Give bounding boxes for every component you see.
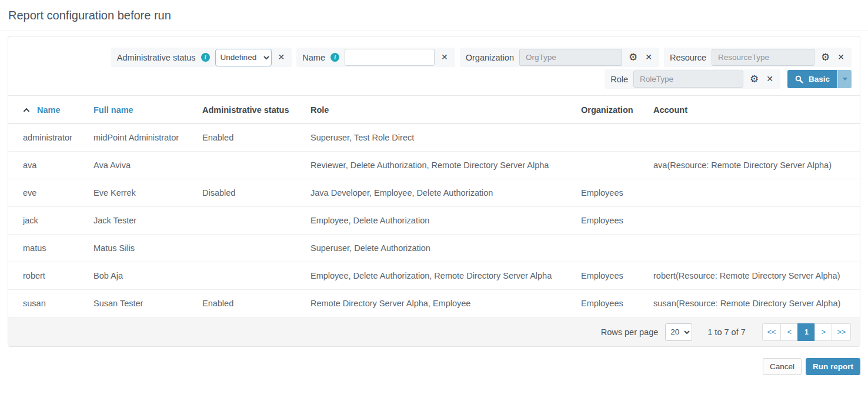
pagination-range-text: 1 to 7 of 7 — [707, 327, 746, 337]
last-page-button[interactable]: >> — [832, 323, 851, 341]
page-title: Report configuration before run — [8, 9, 860, 22]
cell-organization: Employees — [581, 290, 653, 317]
column-header-name: Name — [8, 96, 94, 124]
action-bar: Cancel Run report — [0, 347, 868, 385]
remove-role-filter-button[interactable]: ✕ — [765, 74, 774, 83]
page-1-button[interactable]: 1 — [797, 323, 815, 341]
cell-admin-status: Disabled — [202, 179, 311, 207]
search-row-1: Administrative status i Undefined ✕ Name… — [16, 48, 852, 67]
table-row[interactable]: jack Jack Tester Employee, Delete Author… — [8, 207, 860, 235]
close-icon: ✕ — [837, 52, 844, 62]
cell-name: ava — [8, 152, 94, 179]
page-header: Report configuration before run — [0, 0, 868, 31]
cell-full-name: Eve Kerrek — [94, 179, 202, 207]
cell-account — [653, 124, 860, 152]
column-header-full-name: Full name — [94, 96, 202, 124]
cell-account — [653, 179, 860, 207]
cell-name: susan — [8, 290, 94, 317]
table-row[interactable]: robert Bob Aja Employee, Delete Authoriz… — [8, 262, 860, 290]
filter-resource: Resource ⚙ ✕ — [664, 48, 852, 67]
cell-full-name: Bob Aja — [94, 262, 202, 290]
cell-account: ava(Resource: Remote Directory Server Al… — [653, 152, 860, 179]
cell-name: robert — [8, 262, 94, 290]
admin-status-select[interactable]: Undefined — [215, 49, 272, 66]
report-config-panel: Administrative status i Undefined ✕ Name… — [8, 36, 860, 347]
cell-full-name: Matus Silis — [94, 235, 202, 262]
filter-role-label: Role — [610, 75, 628, 84]
rows-per-page-select[interactable]: 20 — [665, 323, 692, 341]
search-bar: Administrative status i Undefined ✕ Name… — [8, 36, 860, 95]
close-icon: ✕ — [278, 52, 285, 62]
remove-admin-status-filter-button[interactable]: ✕ — [277, 52, 286, 62]
basic-search-label: Basic — [809, 75, 830, 83]
cell-organization: Employees — [581, 262, 653, 290]
filter-organization: Organization ⚙ ✕ — [460, 48, 659, 67]
cell-organization: Employees — [581, 179, 653, 207]
filter-admin-status: Administrative status i Undefined ✕ — [111, 48, 292, 67]
table-row[interactable]: matus Matus Silis Superuser, Delete Auth… — [8, 235, 860, 262]
cell-name: eve — [8, 179, 94, 207]
remove-organization-filter-button[interactable]: ✕ — [644, 52, 653, 62]
next-page-button[interactable]: > — [814, 323, 832, 341]
cell-organization — [581, 235, 653, 262]
search-row-2: Role ⚙ ✕ Basic — [16, 69, 852, 89]
cell-role: Superuser, Delete Authorization — [311, 235, 581, 262]
name-filter-input[interactable] — [345, 49, 435, 66]
cell-admin-status: Enabled — [202, 124, 311, 152]
role-type-input[interactable] — [633, 71, 743, 88]
cell-organization: Employees — [581, 207, 653, 235]
cell-role: Java Developer, Employee, Delete Authori… — [311, 179, 581, 207]
cell-account: susan(Resource: Remote Directory Server … — [653, 290, 860, 317]
close-icon: ✕ — [441, 52, 448, 62]
filter-name-label: Name — [302, 53, 325, 62]
results-table: Name Full name Administrative status Rol… — [8, 95, 860, 317]
table-row[interactable]: administrator midPoint Administrator Ena… — [8, 124, 860, 152]
cell-name: administrator — [8, 124, 94, 152]
cancel-button[interactable]: Cancel — [763, 358, 802, 375]
filter-organization-label: Organization — [466, 53, 514, 62]
run-report-button[interactable]: Run report — [806, 358, 860, 375]
cell-account — [653, 235, 860, 262]
cell-name: jack — [8, 207, 94, 235]
table-row[interactable]: susan Susan Tester Enabled Remote Direct… — [8, 290, 860, 317]
table-row[interactable]: eve Eve Kerrek Disabled Java Developer, … — [8, 179, 860, 207]
search-split-button: Basic — [787, 70, 852, 88]
gear-icon: ⚙ — [821, 52, 830, 63]
cell-full-name: Jack Tester — [94, 207, 202, 235]
gear-icon: ⚙ — [629, 52, 637, 63]
resource-settings-button[interactable]: ⚙ — [820, 52, 831, 63]
cell-role: Employee, Delete Authorization — [311, 207, 581, 235]
rows-per-page-label: Rows per page — [601, 327, 659, 337]
organization-settings-button[interactable]: ⚙ — [627, 52, 639, 63]
remove-resource-filter-button[interactable]: ✕ — [836, 52, 846, 62]
table-footer: Rows per page 20 1 to 7 of 7 << < 1 > >> — [8, 317, 860, 346]
basic-search-button[interactable]: Basic — [787, 70, 837, 88]
cell-admin-status — [202, 207, 311, 235]
column-header-name-link[interactable]: Name — [37, 105, 61, 115]
info-icon[interactable]: i — [201, 53, 210, 62]
search-mode-dropdown-button[interactable] — [838, 70, 852, 88]
resource-type-input[interactable] — [712, 49, 814, 66]
cell-role: Employee, Delete Authorization, Remote D… — [311, 262, 581, 290]
cell-role: Superuser, Test Role Direct — [311, 124, 581, 152]
cell-name: matus — [8, 235, 94, 262]
first-page-button[interactable]: << — [762, 323, 782, 341]
cell-account: robert(Resource: Remote Directory Server… — [653, 262, 860, 290]
organization-type-input[interactable] — [519, 49, 622, 66]
remove-name-filter-button[interactable]: ✕ — [440, 52, 449, 62]
table-row[interactable]: ava Ava Aviva Reviewer, Delete Authoriza… — [8, 152, 860, 179]
cell-organization — [581, 152, 653, 179]
column-header-organization: Organization — [581, 96, 653, 124]
column-header-full-name-link[interactable]: Full name — [94, 105, 133, 115]
cell-full-name: midPoint Administrator — [94, 124, 202, 152]
sort-ascending-icon[interactable] — [23, 108, 30, 112]
search-icon — [795, 75, 803, 83]
info-icon[interactable]: i — [330, 53, 339, 62]
role-settings-button[interactable]: ⚙ — [749, 73, 760, 85]
pager: << < 1 > >> — [762, 323, 851, 341]
filter-admin-status-label: Administrative status — [117, 53, 196, 62]
filter-resource-label: Resource — [670, 53, 706, 62]
filter-name: Name i ✕ — [296, 48, 455, 67]
previous-page-button[interactable]: < — [780, 323, 798, 341]
cell-organization — [581, 124, 653, 152]
